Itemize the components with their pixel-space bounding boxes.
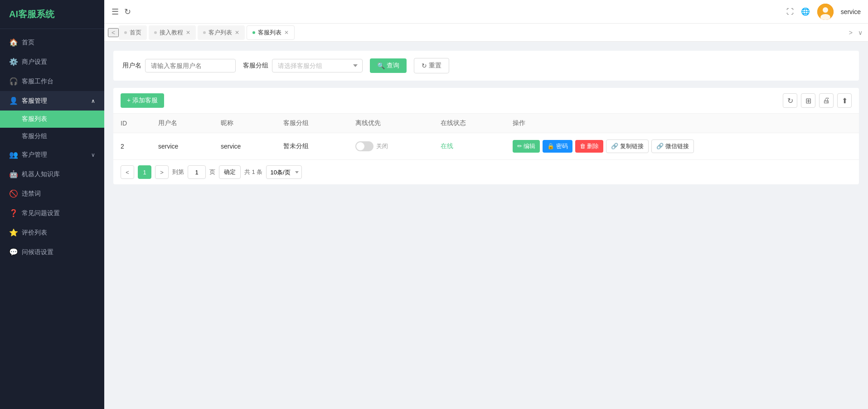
header-left: ☰ ↻ [112, 7, 131, 17]
table-print-button[interactable]: 🖨 [819, 93, 834, 108]
content-area: 用户名 客服分组 请选择客服分组 🔍 查询 ↻ 重置 + 添加客服 [104, 42, 868, 409]
tabs-expand-button[interactable]: ∨ [856, 27, 864, 38]
fullscreen-button[interactable]: ⛶ [786, 8, 794, 16]
tab-home-label: 首页 [130, 29, 141, 37]
table-toolbar: + 添加客服 ↻ ⊞ 🖨 ⬆ [113, 88, 859, 114]
tabs-right: > ∨ [847, 27, 864, 38]
cell-nickname: service [213, 133, 276, 160]
sidebar-item-robot-label: 机器人知识库 [22, 170, 60, 178]
tab-kf-list-dot [252, 31, 255, 34]
sidebar-item-rating-label: 评价列表 [22, 229, 47, 237]
col-online-status: 在线状态 [433, 114, 505, 133]
user-icon: 👤 [9, 96, 17, 105]
chat-icon: 💬 [9, 248, 17, 256]
tabs-prev-button[interactable]: < [108, 28, 119, 37]
add-kf-button[interactable]: + 添加客服 [121, 93, 164, 108]
pagination: < 1 > 到第 页 确定 共 1 条 10条/页 20条/页 50条/页 [113, 159, 859, 184]
print-icon: 🖨 [823, 96, 830, 105]
user-name: service [841, 8, 861, 15]
sidebar-subitem-kf-list-label: 客服列表 [22, 115, 47, 123]
tab-guide-label: 接入教程 [160, 29, 183, 37]
sidebar-item-greeting-label: 问候语设置 [22, 248, 53, 256]
table-export-button[interactable]: ⬆ [837, 93, 852, 108]
tab-kf-list-label: 客服列表 [258, 29, 281, 37]
table-columns-button[interactable]: ⊞ [801, 93, 815, 108]
sidebar-item-home[interactable]: 🏠 首页 [0, 33, 104, 52]
delete-button[interactable]: 🗑 删除 [575, 140, 604, 153]
avatar[interactable] [817, 4, 834, 20]
sidebar-item-workspace-label: 客服工作台 [22, 77, 53, 86]
tab-kf-list-close[interactable]: ✕ [284, 29, 289, 36]
edit-button[interactable]: ✏ 编辑 [513, 140, 540, 153]
tab-customer-dot [203, 31, 206, 34]
tabs-list: 首页 接入教程 ✕ 客户列表 ✕ 客服列表 ✕ [119, 25, 847, 40]
col-username: 用户名 [151, 114, 213, 133]
sidebar-item-customer[interactable]: 👥 客户管理 ∨ [0, 145, 104, 164]
col-actions: 操作 [505, 114, 859, 133]
sidebar-item-faq[interactable]: ❓ 常见问题设置 [0, 203, 104, 223]
page-size-select[interactable]: 10条/页 20条/页 50条/页 [266, 165, 302, 179]
table-head: ID 用户名 昵称 客服分组 离线优先 在线状态 操作 [113, 114, 859, 133]
tabs-next-button[interactable]: > [847, 27, 854, 38]
offline-priority-toggle[interactable] [355, 141, 373, 151]
tab-home[interactable]: 首页 [119, 25, 147, 40]
tab-customer-list-label: 客户列表 [209, 29, 232, 37]
query-button[interactable]: 🔍 查询 [370, 58, 407, 73]
cell-offline-priority: 关闭 [348, 133, 433, 160]
language-button[interactable]: 🌐 [801, 7, 810, 16]
table-row: 2 service service 暂未分组 关闭 在线 [113, 133, 859, 160]
table-refresh-button[interactable]: ↻ [783, 93, 797, 108]
page-confirm-button[interactable]: 确定 [219, 165, 241, 179]
tabs-bar: < 首页 接入教程 ✕ 客户列表 ✕ 客服列表 ✕ [104, 24, 868, 42]
sidebar-subitem-kf-list[interactable]: 客服列表 [0, 111, 104, 128]
tab-customer-list[interactable]: 客户列表 ✕ [198, 25, 245, 40]
cell-username: service [151, 133, 213, 160]
users-icon: 👥 [9, 150, 17, 159]
svg-point-1 [823, 7, 828, 13]
page-next-button[interactable]: > [155, 165, 169, 179]
group-select[interactable]: 请选择客服分组 [272, 59, 363, 72]
tab-guide-close[interactable]: ✕ [186, 29, 190, 36]
filter-group-label: 客服分组 [243, 62, 268, 70]
sidebar-subitem-kf-group[interactable]: 客服分组 [0, 128, 104, 145]
question-icon: ❓ [9, 209, 17, 217]
menu-toggle-button[interactable]: ☰ [112, 7, 119, 17]
sidebar-item-kf-manage[interactable]: 👤 客服管理 ∧ [0, 91, 104, 111]
sidebar-item-workspace[interactable]: 🎧 客服工作台 [0, 72, 104, 91]
tab-customer-list-close[interactable]: ✕ [235, 29, 239, 36]
status-badge: 在线 [441, 142, 453, 149]
filter-bar: 用户名 客服分组 请选择客服分组 🔍 查询 ↻ 重置 [113, 51, 859, 81]
copy-link-button[interactable]: 🔗 复制链接 [606, 140, 649, 153]
table-header-row: ID 用户名 昵称 客服分组 离线优先 在线状态 操作 [113, 114, 859, 133]
sidebar-item-rating[interactable]: ⭐ 评价列表 [0, 223, 104, 242]
page-input[interactable] [188, 165, 206, 179]
search-input[interactable] [145, 59, 236, 72]
reset-button[interactable]: ↻ 重置 [414, 58, 449, 73]
kf-table: ID 用户名 昵称 客服分组 离线优先 在线状态 操作 2 service se… [113, 114, 859, 159]
page-unit: 页 [209, 168, 215, 176]
tab-guide-dot [154, 31, 157, 34]
filter-group-group: 客服分组 请选择客服分组 [243, 59, 363, 72]
home-icon: 🏠 [9, 38, 17, 47]
action-buttons: ✏ 编辑 🔒 密码 🗑 删除 🔗 复制链接 🔗 微信链接 [513, 140, 852, 153]
page-1-button[interactable]: 1 [138, 165, 151, 179]
wechat-link-button[interactable]: 🔗 微信链接 [651, 140, 694, 153]
table-card: + 添加客服 ↻ ⊞ 🖨 ⬆ [113, 88, 859, 184]
sidebar-item-greeting[interactable]: 💬 问候语设置 [0, 242, 104, 262]
sidebar-item-banned[interactable]: 🚫 违禁词 [0, 184, 104, 203]
sidebar-item-customer-label: 客户管理 [22, 151, 47, 159]
goto-label: 到第 [172, 168, 184, 176]
sidebar-item-robot[interactable]: 🤖 机器人知识库 [0, 164, 104, 184]
password-button[interactable]: 🔒 密码 [543, 140, 572, 153]
total-count: 共 1 条 [244, 168, 262, 176]
sidebar-item-merchant[interactable]: ⚙️ 商户设置 [0, 52, 104, 72]
sidebar-item-merchant-label: 商户设置 [22, 58, 47, 66]
col-group: 客服分组 [276, 114, 348, 133]
page-prev-button[interactable]: < [121, 165, 134, 179]
refresh-button[interactable]: ↻ [124, 7, 131, 17]
tab-kf-list[interactable]: 客服列表 ✕ [247, 25, 295, 40]
cell-online-status: 在线 [433, 133, 505, 160]
col-offline-priority: 离线优先 [348, 114, 433, 133]
headset-icon: 🎧 [9, 77, 17, 86]
tab-guide[interactable]: 接入教程 ✕ [149, 25, 196, 40]
